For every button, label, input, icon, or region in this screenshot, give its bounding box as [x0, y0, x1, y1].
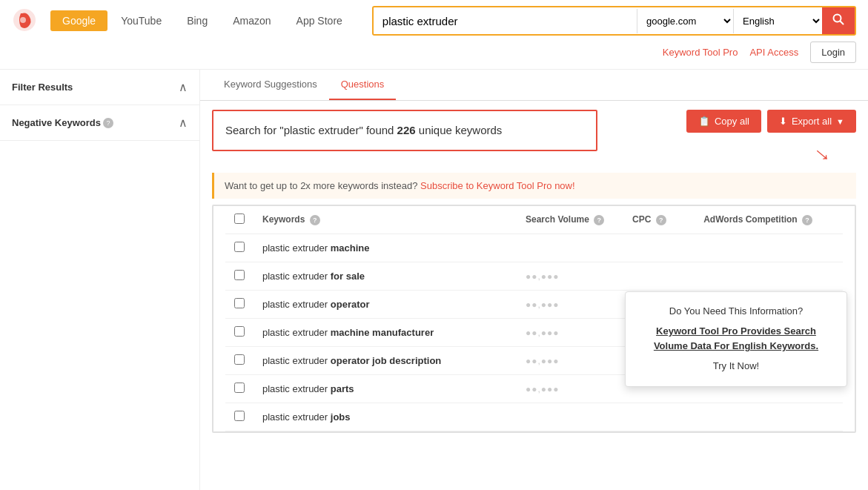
comp-cell-1: [695, 262, 843, 291]
promo-text: Want to get up to 2x more keywords inste…: [225, 180, 417, 191]
logo: [12, 7, 37, 35]
row-checkbox-2[interactable]: [234, 298, 245, 308]
negative-keywords-section: Negative Keywords ? ∧: [0, 105, 199, 141]
sv-cell-4: ●●,●●●: [517, 347, 623, 375]
keyword-prefix: plastic extruder: [262, 355, 331, 366]
tab-bing[interactable]: Bing: [175, 10, 219, 31]
negative-keywords-chevron: ∧: [179, 116, 188, 130]
row-checkbox-0[interactable]: [234, 242, 245, 252]
sv-cell-2: ●●,●●●: [517, 291, 623, 319]
row-checkbox-1[interactable]: [234, 270, 245, 280]
domain-select[interactable]: google.com google.co.uk google.ca: [637, 9, 733, 33]
copy-icon: 📋: [698, 116, 710, 127]
keyword-bold: operator: [331, 299, 370, 310]
negative-keywords-header[interactable]: Negative Keywords ? ∧: [0, 105, 199, 140]
keyword-cell-1: plastic extruder for sale: [254, 262, 517, 291]
row-checkbox-cell: [225, 319, 254, 347]
tab-youtube[interactable]: YouTube: [109, 10, 173, 31]
keyword-cell-6: plastic extruder jobs: [254, 403, 517, 431]
keyword-prefix: plastic extruder: [262, 299, 331, 310]
header: Google YouTube Bing Amazon App Store goo…: [0, 0, 868, 70]
keyword-prefix: plastic extruder: [262, 271, 331, 282]
sidebar: Filter Results ∧ Negative Keywords ? ∧: [0, 70, 200, 490]
table-header-row: Keywords ? Search Volume ? CPC ?: [225, 206, 843, 234]
table-row: plastic extruder for sale ●●,●●●: [225, 262, 843, 291]
table-row: plastic extruder jobs: [225, 403, 843, 431]
content-area: Keyword Suggestions Questions Search for…: [200, 70, 868, 490]
header-links: Keyword Tool Pro API Access Login: [663, 42, 856, 63]
api-access-link[interactable]: API Access: [749, 47, 798, 58]
content-tabs: Keyword Suggestions Questions: [200, 70, 868, 101]
results-suffix: unique keywords: [416, 124, 503, 136]
keyword-bold: jobs: [331, 411, 351, 423]
cpc-cell-1: [623, 262, 695, 291]
keyword-bold: parts: [331, 383, 354, 394]
sv-cell-5: ●●,●●●: [517, 375, 623, 403]
tab-keyword-suggestions[interactable]: Keyword Suggestions: [212, 70, 329, 100]
row-checkbox-cell: [225, 375, 254, 403]
keyword-prefix: plastic extruder: [262, 242, 331, 254]
tab-amazon[interactable]: Amazon: [221, 10, 282, 31]
row-checkbox-5[interactable]: [234, 383, 245, 393]
tooltip-line2: Keyword Tool Pro Provides Search Volume …: [640, 324, 832, 355]
export-all-button[interactable]: ⬇ Export all ▼: [767, 110, 856, 133]
tab-appstore[interactable]: App Store: [285, 10, 354, 31]
promo-bar: Want to get up to 2x more keywords inste…: [212, 173, 856, 199]
cpc-cell-6: [623, 403, 695, 431]
col-adwords-header: AdWords Competition ?: [695, 206, 843, 234]
keyword-tool-pro-link[interactable]: Keyword Tool Pro: [663, 47, 738, 58]
search-bar: google.com google.co.uk google.ca Englis…: [372, 6, 856, 36]
sv-cell-0: [517, 234, 623, 262]
tab-google[interactable]: Google: [50, 10, 107, 31]
keywords-table-wrapper: Keywords ? Search Volume ? CPC ?: [212, 205, 856, 433]
export-dropdown-icon: ▼: [836, 117, 844, 126]
filter-results-label: Filter Results: [12, 82, 73, 93]
row-checkbox-cell: [225, 234, 254, 262]
keyword-cell-5: plastic extruder parts: [254, 375, 517, 403]
keyword-prefix: plastic extruder: [262, 327, 331, 338]
export-arrow-indicator: →: [806, 137, 840, 170]
tooltip-box: Do You Need This Information? Keyword To…: [625, 291, 847, 387]
results-text: Search for "plastic extruder" found: [225, 124, 397, 136]
sv-cell-1: ●●,●●●: [517, 262, 623, 291]
keyword-prefix: plastic extruder: [262, 411, 331, 423]
results-info-box: Search for "plastic extruder" found 226 …: [212, 110, 597, 151]
row-checkbox-6[interactable]: [234, 411, 245, 421]
tooltip-line3: Try It Now!: [640, 359, 832, 374]
sv-cell-6: [517, 403, 623, 431]
filter-results-section: Filter Results ∧: [0, 70, 199, 105]
row-checkbox-3[interactable]: [234, 326, 245, 337]
copy-all-label: Copy all: [715, 116, 749, 127]
select-all-checkbox[interactable]: [234, 213, 245, 224]
language-select[interactable]: English Spanish French: [733, 9, 822, 33]
tab-questions[interactable]: Questions: [329, 70, 397, 100]
sv-cell-3: ●●,●●●: [517, 319, 623, 347]
filter-results-chevron: ∧: [179, 80, 188, 94]
download-icon: ⬇: [779, 116, 787, 127]
sv-col-help[interactable]: ?: [594, 215, 604, 225]
search-button[interactable]: [822, 7, 855, 34]
svg-point-1: [20, 17, 26, 23]
keyword-cell-2: plastic extruder operator: [254, 291, 517, 319]
search-input[interactable]: [374, 9, 637, 33]
row-checkbox-cell: [225, 403, 254, 431]
keyword-bold: operator job description: [331, 355, 442, 366]
keyword-cell-0: plastic extruder machine: [254, 234, 517, 262]
cpc-col-help[interactable]: ?: [656, 215, 666, 225]
copy-all-button[interactable]: 📋 Copy all: [686, 110, 761, 133]
negative-keywords-help-icon[interactable]: ?: [103, 118, 113, 128]
tooltip-link[interactable]: Keyword Tool Pro Provides Search Volume …: [654, 325, 818, 352]
table-row: plastic extruder machine: [225, 234, 843, 262]
login-button[interactable]: Login: [810, 42, 856, 63]
comp-cell-6: [695, 403, 843, 431]
keywords-col-help[interactable]: ?: [310, 215, 320, 225]
keyword-prefix: plastic extruder: [262, 383, 331, 394]
filter-results-header[interactable]: Filter Results ∧: [0, 70, 199, 105]
row-checkbox-4[interactable]: [234, 354, 245, 365]
col-sv-header: Search Volume ?: [517, 206, 623, 234]
col-keywords-header: Keywords ?: [254, 206, 517, 234]
promo-link[interactable]: Subscribe to Keyword Tool Pro now!: [420, 180, 575, 191]
keyword-bold: machine: [331, 242, 370, 254]
comp-cell-0: [695, 234, 843, 262]
adwords-col-help[interactable]: ?: [802, 215, 812, 225]
